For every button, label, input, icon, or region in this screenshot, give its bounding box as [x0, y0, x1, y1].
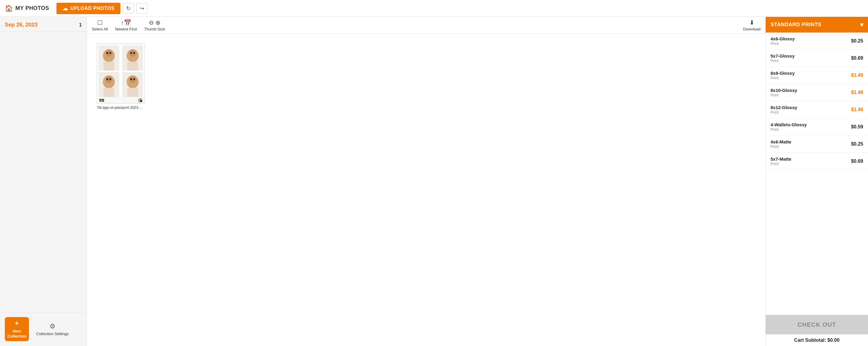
refresh-icon: ↻ [126, 5, 131, 11]
svg-rect-8 [103, 62, 114, 71]
print-type: Print [771, 93, 797, 97]
print-item[interactable]: 4x6-Matte Print $0.25 [766, 136, 868, 153]
photo-item[interactable]: 7id 7id-app-us-passport-2023-09... [97, 43, 145, 110]
download-icon: ⬇ [749, 19, 754, 26]
print-price: $1.49 [851, 90, 863, 95]
print-price: $0.69 [851, 159, 863, 164]
print-price: $1.49 [851, 107, 863, 112]
svg-point-7 [108, 55, 110, 56]
print-name: 5x7-Glossy [771, 53, 795, 59]
select-all-label: Select All [92, 27, 108, 31]
newest-first-label: Newest First [115, 27, 137, 31]
svg-point-30 [133, 78, 135, 80]
photo-thumbnail: 7id [97, 43, 145, 104]
chevron-down-icon: ▾ [860, 21, 864, 28]
svg-point-5 [106, 52, 108, 54]
svg-rect-33 [98, 98, 143, 102]
print-type: Print [771, 144, 791, 149]
print-item[interactable]: 8x12-Glossy Print $1.49 [766, 101, 868, 118]
sidebar-count: 1 [79, 22, 82, 28]
print-item[interactable]: 5x7-Matte Print $0.69 [766, 153, 868, 170]
print-item[interactable]: 4-Wallets-Glossy Print $0.59 [766, 118, 868, 136]
sidebar-bottom: + New Collection ⚙ Collection Settings [0, 312, 87, 346]
svg-point-6 [109, 52, 111, 54]
refresh-button[interactable]: ↻ [123, 3, 134, 14]
svg-point-23 [108, 81, 110, 82]
svg-text:7id: 7id [100, 100, 103, 102]
print-item[interactable]: 8x8-Glossy Print $1.49 [766, 67, 868, 84]
sidebar-date: Sep 26, 2023 [5, 22, 37, 28]
select-all-button[interactable]: ☐ Select All [92, 19, 108, 31]
standard-prints-label: STANDARD PRINTS [771, 22, 822, 28]
svg-rect-24 [103, 88, 114, 97]
cloud-upload-icon: ☁ [62, 5, 68, 12]
print-name: 4x6-Matte [771, 139, 791, 144]
print-type: Print [771, 76, 795, 80]
print-name: 5x7-Matte [771, 157, 791, 162]
collection-settings-label: Collection Settings [36, 332, 69, 336]
thumb-size-button[interactable]: ⊖ ⊕ Thumb Size [144, 19, 165, 31]
newest-first-button[interactable]: ↑📅 Newest First [115, 19, 137, 31]
cart-subtotal: Cart Subtotal: $0.00 [766, 334, 868, 346]
sidebar-date-row: Sep 26, 2023 1 [0, 17, 87, 32]
print-price: $1.49 [851, 73, 863, 78]
toolbar: ☐ Select All ↑📅 Newest First ⊖ ⊕ Thumb S… [87, 17, 765, 34]
print-name: 8x12-Glossy [771, 105, 797, 110]
svg-rect-38 [141, 99, 142, 100]
download-button[interactable]: ⬇ Download [743, 19, 761, 31]
print-price: $0.25 [851, 141, 863, 147]
share-icon: ↪ [140, 5, 144, 11]
print-type: Print [771, 41, 795, 46]
print-name: 8x10-Glossy [771, 88, 797, 93]
top-bar: 🏠 MY PHOTOS ☁ UPLOAD PHOTOS ↻ ↪ [0, 0, 868, 17]
print-name: 4x6-Glossy [771, 36, 795, 41]
content-area: ☐ Select All ↑📅 Newest First ⊖ ⊕ Thumb S… [87, 17, 765, 346]
print-type: Print [771, 110, 797, 114]
print-price: $0.69 [851, 56, 863, 61]
print-type: Print [771, 59, 795, 63]
collection-settings-button[interactable]: ⚙ Collection Settings [36, 322, 69, 336]
new-collection-button[interactable]: + New Collection [5, 317, 29, 341]
svg-rect-39 [139, 101, 140, 102]
svg-point-31 [132, 81, 133, 82]
prints-list: 4x6-Glossy Print $0.25 5x7-Glossy Print … [766, 33, 868, 315]
right-panel: STANDARD PRINTS ▾ 4x6-Glossy Print $0.25… [765, 17, 868, 346]
main-layout: Sep 26, 2023 1 + New Collection ⚙ Collec… [0, 17, 868, 346]
upload-photos-button[interactable]: ☁ UPLOAD PHOTOS [56, 3, 120, 14]
gear-icon: ⚙ [50, 322, 56, 330]
svg-point-22 [109, 78, 111, 80]
standard-prints-button[interactable]: STANDARD PRINTS ▾ [766, 17, 868, 33]
svg-rect-37 [139, 99, 140, 100]
print-price: $0.25 [851, 38, 863, 44]
upload-label: UPLOAD PHOTOS [70, 6, 114, 11]
checkbox-icon: ☐ [97, 19, 103, 26]
print-item[interactable]: 4x6-Glossy Print $0.25 [766, 33, 868, 50]
download-label: Download [743, 27, 761, 31]
print-type: Print [771, 162, 791, 166]
svg-rect-16 [127, 62, 138, 71]
svg-point-15 [132, 55, 133, 56]
print-price: $0.59 [851, 124, 863, 130]
new-collection-label: New Collection [5, 329, 29, 339]
left-sidebar: Sep 26, 2023 1 + New Collection ⚙ Collec… [0, 17, 87, 346]
print-name: 4-Wallets-Glossy [771, 122, 807, 127]
print-type: Print [771, 127, 807, 132]
svg-point-14 [133, 52, 135, 54]
checkout-button[interactable]: CHECK OUT [766, 315, 868, 334]
svg-point-13 [130, 52, 132, 54]
plus-icon: + [15, 319, 19, 328]
photo-label: 7id-app-us-passport-2023-09... [97, 105, 145, 110]
home-icon: 🏠 [5, 4, 13, 12]
print-name: 8x8-Glossy [771, 71, 795, 76]
svg-point-29 [130, 78, 132, 80]
sidebar-spacer [0, 32, 87, 312]
photo-grid: 7id 7id-app-us-passport-2023-09... [87, 34, 765, 346]
print-item[interactable]: 5x7-Glossy Print $0.69 [766, 50, 868, 67]
thumb-size-icon: ⊖ ⊕ [149, 19, 161, 26]
sort-icon: ↑📅 [121, 19, 131, 26]
svg-rect-32 [127, 88, 138, 97]
share-button[interactable]: ↪ [136, 3, 148, 14]
my-photos-label: MY PHOTOS [16, 5, 49, 11]
print-item[interactable]: 8x10-Glossy Print $1.49 [766, 84, 868, 101]
svg-point-21 [106, 78, 108, 80]
